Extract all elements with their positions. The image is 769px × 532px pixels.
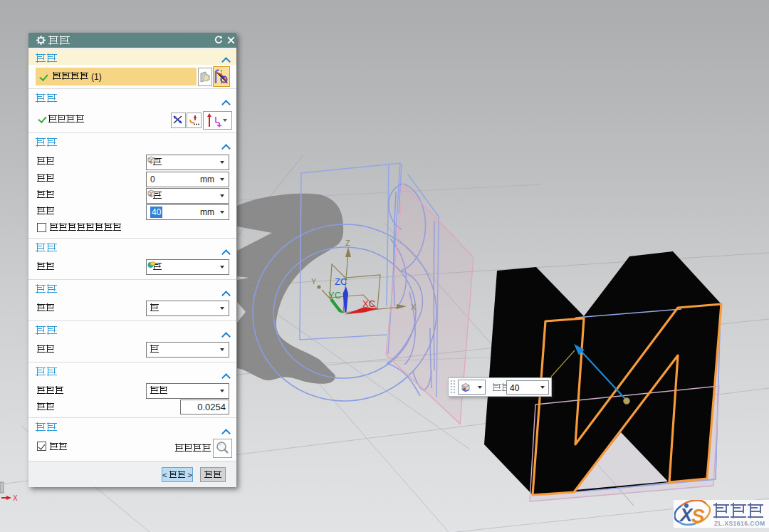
svg-text:Y: Y <box>311 277 317 286</box>
svg-text:XC: XC <box>362 298 375 309</box>
svg-text:YC: YC <box>328 290 341 301</box>
svg-text:X: X <box>13 494 18 502</box>
svg-text:S: S <box>691 505 705 527</box>
svg-text:Z: Z <box>345 239 350 247</box>
svg-text:X: X <box>411 303 417 311</box>
svg-text:ZC: ZC <box>335 276 347 287</box>
